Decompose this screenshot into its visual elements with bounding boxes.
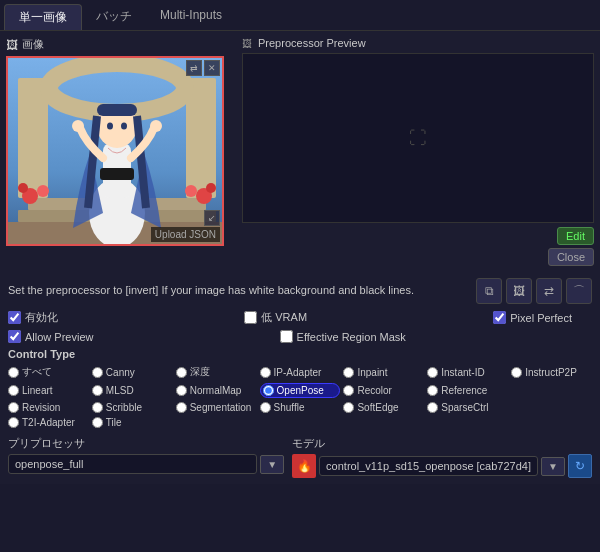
radio-shuffle-input[interactable] bbox=[260, 402, 271, 413]
image-ctrl-arrows[interactable]: ⇄ bbox=[186, 60, 202, 76]
image-container[interactable]: ⇄ ✕ ↙ Upload JSON bbox=[6, 56, 224, 246]
image-label: 画像 bbox=[22, 37, 44, 52]
check-yuukoka-input[interactable] bbox=[8, 311, 21, 324]
tab-multi[interactable]: Multi-Inputs bbox=[146, 4, 236, 30]
radio-t2i-adapter[interactable]: T2I-Adapter bbox=[8, 417, 89, 428]
radio-sparsectrl-input[interactable] bbox=[427, 402, 438, 413]
radio-canny-label: Canny bbox=[106, 367, 135, 378]
radio-instruct-p2p[interactable]: InstructP2P bbox=[511, 365, 592, 379]
preprocessor-dropdown-arrow[interactable]: ▼ bbox=[260, 455, 284, 474]
radio-instant-id-label: Instant-ID bbox=[441, 367, 484, 378]
radio-instant-id[interactable]: Instant-ID bbox=[427, 365, 508, 379]
radio-revision-label: Revision bbox=[22, 402, 60, 413]
tab-single[interactable]: 単一画像 bbox=[4, 4, 82, 30]
radio-recolor-input[interactable] bbox=[343, 385, 354, 396]
radio-all[interactable]: すべて bbox=[8, 365, 89, 379]
close-button[interactable]: Close bbox=[548, 248, 594, 266]
radio-t2i-adapter-input[interactable] bbox=[8, 417, 19, 428]
image-outer: ⇄ ✕ ↙ Upload JSON bbox=[6, 56, 236, 246]
checkboxes-row1: 有効化 低 VRAM Pixel Perfect bbox=[8, 310, 592, 325]
check-low-vram[interactable]: 低 VRAM bbox=[244, 310, 307, 325]
radio-instant-id-input[interactable] bbox=[427, 367, 438, 378]
radio-canny-input[interactable] bbox=[92, 367, 103, 378]
model-refresh-btn[interactable]: ↻ bbox=[568, 454, 592, 478]
preview-area: ⛶ bbox=[242, 53, 594, 223]
radio-shuffle[interactable]: Shuffle bbox=[260, 402, 341, 413]
preview-header-label: Preprocessor Preview bbox=[258, 37, 366, 49]
radio-lineart[interactable]: Lineart bbox=[8, 383, 89, 398]
radio-revision[interactable]: Revision bbox=[8, 402, 89, 413]
image-ctrl-expand[interactable]: ↙ bbox=[204, 210, 220, 226]
control-types-row3: Revision Scribble Segmentation Shuffle S… bbox=[8, 402, 592, 413]
image-ctrl-close[interactable]: ✕ bbox=[204, 60, 220, 76]
radio-all-input[interactable] bbox=[8, 367, 19, 378]
radio-softedge-input[interactable] bbox=[343, 402, 354, 413]
tab-batch[interactable]: バッチ bbox=[82, 4, 146, 30]
radio-recolor[interactable]: Recolor bbox=[343, 383, 424, 398]
control-type-label: Control Type bbox=[8, 348, 592, 360]
radio-reference-input[interactable] bbox=[427, 385, 438, 396]
check-effective-region[interactable]: Effective Region Mask bbox=[280, 330, 406, 343]
edit-button[interactable]: Edit bbox=[557, 227, 594, 245]
toolbar: ⧉ 🖼 ⇄ ⌒ bbox=[476, 278, 592, 304]
preview-panel: 🖼 Preprocessor Preview ⛶ Edit Close bbox=[242, 37, 594, 266]
radio-lineart-input[interactable] bbox=[8, 385, 19, 396]
svg-rect-17 bbox=[97, 104, 137, 116]
control-types-row2: Lineart MLSD NormalMap OpenPose Recolor … bbox=[8, 383, 592, 398]
radio-segmentation[interactable]: Segmentation bbox=[176, 402, 257, 413]
tab-bar: 単一画像 バッチ Multi-Inputs bbox=[0, 0, 600, 31]
check-low-vram-input[interactable] bbox=[244, 311, 257, 324]
svg-point-11 bbox=[185, 185, 197, 197]
toolbar-copy-btn[interactable]: ⧉ bbox=[476, 278, 502, 304]
radio-depth[interactable]: 深度 bbox=[176, 365, 257, 379]
model-fire-btn[interactable]: 🔥 bbox=[292, 454, 316, 478]
model-dropdown-arrow[interactable]: ▼ bbox=[541, 457, 565, 476]
radio-segmentation-input[interactable] bbox=[176, 402, 187, 413]
radio-normalmap-input[interactable] bbox=[176, 385, 187, 396]
check-yuukoka-label: 有効化 bbox=[25, 310, 58, 325]
check-pixel-perfect[interactable]: Pixel Perfect bbox=[493, 311, 572, 324]
check-allow-preview-input[interactable] bbox=[8, 330, 21, 343]
image-panel: 🖼 画像 bbox=[6, 37, 236, 266]
info-text: Set the preprocessor to [invert] If your… bbox=[8, 284, 414, 296]
radio-softedge[interactable]: SoftEdge bbox=[343, 402, 424, 413]
radio-scribble[interactable]: Scribble bbox=[92, 402, 173, 413]
control-types-row4: T2I-Adapter Tile bbox=[8, 417, 592, 428]
toolbar-image-btn[interactable]: 🖼 bbox=[506, 278, 532, 304]
radio-ip-adapter[interactable]: IP-Adapter bbox=[260, 365, 341, 379]
radio-revision-input[interactable] bbox=[8, 402, 19, 413]
radio-tile-label: Tile bbox=[106, 417, 122, 428]
radio-inpaint-label: Inpaint bbox=[357, 367, 387, 378]
preview-placeholder-icon: ⛶ bbox=[409, 128, 427, 149]
radio-depth-input[interactable] bbox=[176, 367, 187, 378]
radio-ip-adapter-input[interactable] bbox=[260, 367, 271, 378]
upload-json-btn[interactable]: Upload JSON bbox=[151, 227, 220, 242]
radio-all-label: すべて bbox=[22, 365, 52, 379]
radio-tile[interactable]: Tile bbox=[92, 417, 173, 428]
radio-mlsd-input[interactable] bbox=[92, 385, 103, 396]
radio-sparsectrl[interactable]: SparseCtrl bbox=[427, 402, 508, 413]
radio-canny[interactable]: Canny bbox=[92, 365, 173, 379]
check-yuukoka[interactable]: 有効化 bbox=[8, 310, 58, 325]
radio-mlsd[interactable]: MLSD bbox=[92, 383, 173, 398]
radio-scribble-input[interactable] bbox=[92, 402, 103, 413]
check-allow-preview[interactable]: Allow Preview bbox=[8, 330, 93, 343]
radio-inpaint-input[interactable] bbox=[343, 367, 354, 378]
info-toolbar-row: Set the preprocessor to [invert] If your… bbox=[8, 278, 592, 310]
radio-t2i-adapter-label: T2I-Adapter bbox=[22, 417, 75, 428]
radio-mlsd-label: MLSD bbox=[106, 385, 134, 396]
radio-instruct-p2p-input[interactable] bbox=[511, 367, 522, 378]
radio-normalmap[interactable]: NormalMap bbox=[176, 383, 257, 398]
radio-inpaint[interactable]: Inpaint bbox=[343, 365, 424, 379]
toolbar-curve-btn[interactable]: ⌒ bbox=[566, 278, 592, 304]
radio-reference[interactable]: Reference bbox=[427, 383, 508, 398]
radio-openpose-input[interactable] bbox=[263, 385, 274, 396]
radio-tile-input[interactable] bbox=[92, 417, 103, 428]
model-select[interactable]: control_v11p_sd15_openpose [cab727d4] bbox=[319, 456, 538, 476]
check-effective-region-input[interactable] bbox=[280, 330, 293, 343]
svg-point-19 bbox=[121, 123, 127, 130]
radio-openpose[interactable]: OpenPose bbox=[260, 383, 341, 398]
check-pixel-perfect-input[interactable] bbox=[493, 311, 506, 324]
preprocessor-select[interactable]: openpose_full bbox=[8, 454, 257, 474]
toolbar-swap-btn[interactable]: ⇄ bbox=[536, 278, 562, 304]
